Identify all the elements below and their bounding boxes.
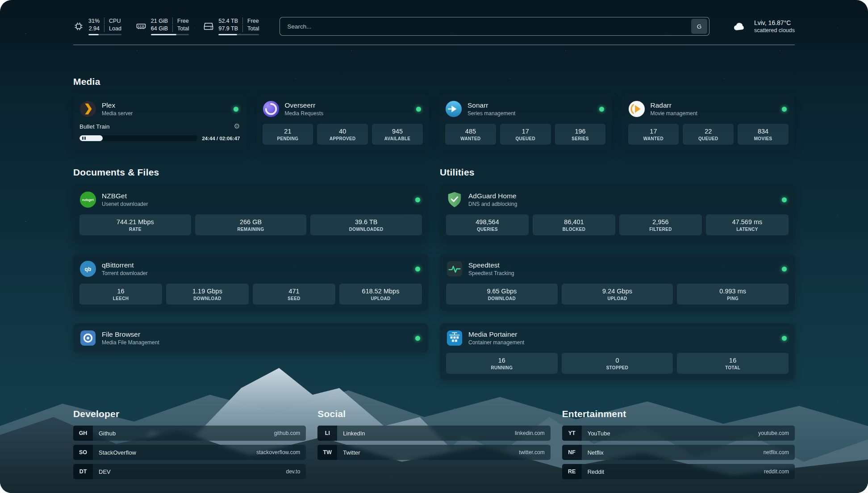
stat-label: DOWNLOAD: [168, 296, 247, 301]
stat-label: SERIES: [557, 136, 604, 141]
stat-label: AVAILABLE: [374, 136, 421, 141]
service-name: NZBGet: [102, 192, 148, 200]
bookmark-abbr: GH: [73, 426, 93, 441]
service-name: Sonarr: [467, 101, 515, 109]
section-media: Media PlexMedia serverBullet Train⚙24:44…: [73, 76, 795, 151]
service-card-radarr[interactable]: RadarrMovie management17WANTED22QUEUED83…: [622, 94, 795, 151]
stat-value: 498,564: [448, 218, 527, 226]
bookmark-abbr: DT: [73, 464, 93, 479]
service-description: Series management: [467, 110, 515, 117]
service-description: Speedtest Tracking: [468, 270, 514, 276]
service-name: AdGuard Home: [468, 192, 517, 200]
media-cards: PlexMedia serverBullet Train⚙24:44 / 02:…: [73, 94, 795, 151]
bookmark-stackoverflow[interactable]: SOStackOverflowstackoverflow.com: [73, 445, 306, 460]
cloud-icon: [730, 19, 749, 33]
stat-available: 945AVAILABLE: [372, 124, 423, 145]
group-title-utilities: Utilities: [440, 167, 795, 178]
stat-filtered: 2,956FILTERED: [619, 214, 702, 235]
section-documents-files: Documents & Files nzbgetNZBGetUsenet dow…: [73, 167, 428, 380]
stat-value: 945: [374, 128, 421, 135]
stat-stopped: 0STOPPED: [562, 353, 673, 374]
disk-label-2: Total: [242, 25, 259, 32]
topbar-divider: [73, 45, 795, 45]
documents-cards: nzbgetNZBGetUsenet downloader744.21 Mbps…: [73, 185, 428, 353]
memory-icon: [136, 21, 146, 32]
stat-download: 9.65 GbpsDOWNLOAD: [446, 284, 558, 305]
filebrowser-icon: [79, 330, 96, 347]
nzbget-icon: nzbget: [79, 191, 96, 208]
bookmark-netflix[interactable]: NFNetflixnetflix.com: [562, 445, 795, 460]
service-card-nzbget[interactable]: nzbgetNZBGetUsenet downloader744.21 Mbps…: [73, 185, 428, 242]
bookmark-github[interactable]: GHGithubgithub.com: [73, 426, 306, 441]
bookmark-url: netflix.com: [764, 449, 789, 455]
bookmark-url: twitter.com: [519, 449, 544, 455]
search-bar: G: [280, 17, 709, 36]
stat-label: LATENCY: [708, 227, 787, 232]
service-card-plex[interactable]: PlexMedia serverBullet Train⚙24:44 / 02:…: [73, 94, 246, 151]
weather-location: Lviv, 16.87°C: [754, 19, 795, 26]
service-card-overseerr[interactable]: OverseerrMedia Requests21PENDING40APPROV…: [256, 94, 430, 151]
disk-value-1: 52.4 TB: [218, 17, 238, 25]
service-description: Media server: [102, 110, 133, 117]
qbittorrent-icon: qb: [79, 260, 96, 277]
service-name: Media Portainer: [468, 330, 524, 338]
bookmark-name: DEV: [99, 468, 111, 475]
stat-value: 17: [630, 128, 677, 135]
disk-icon: [203, 21, 214, 32]
weather-condition: scattered clouds: [754, 27, 795, 33]
service-card-sonarr[interactable]: SonarrSeries management485WANTED17QUEUED…: [439, 94, 612, 151]
bookmark-dev[interactable]: DTDEVdev.to: [73, 464, 306, 479]
stat-value: 39.6 TB: [312, 218, 420, 226]
resource-widgets: 31%CPU2.94Load21 GiBFree64 GiBTotal52.4 …: [73, 17, 259, 36]
service-card-qbittorrent[interactable]: qbqBittorrentTorrent downloader16LEECH1.…: [73, 254, 428, 311]
stat-value: 471: [255, 288, 334, 295]
bookmark-youtube[interactable]: YTYouTubeyoutube.com: [562, 426, 795, 441]
stat-value: 2,956: [621, 218, 700, 226]
status-indicator: [782, 107, 787, 112]
dashboard-window: 31%CPU2.94Load21 GiBFree64 GiBTotal52.4 …: [0, 0, 868, 493]
stat-value: 21: [264, 128, 312, 135]
service-card-media-portainer[interactable]: Media PortainerContainer management16RUN…: [440, 323, 795, 380]
memory-label-2: Total: [172, 25, 189, 32]
disk-value-2: 97.9 TB: [218, 25, 238, 32]
cpu-label-1: CPU: [104, 17, 121, 25]
stat-upload: 9.24 GbpsUPLOAD: [562, 284, 673, 305]
stat-label: REMAINING: [197, 227, 305, 232]
stat-value: 17: [502, 128, 549, 135]
service-card-file-browser[interactable]: File BrowserMedia File Management: [73, 323, 428, 353]
stat-wanted: 485WANTED: [445, 124, 496, 145]
section-developer: DeveloperGHGithubgithub.comSOStackOverfl…: [73, 409, 306, 479]
service-card-adguard-home[interactable]: AdGuard HomeDNS and adblocking498,564QUE…: [440, 185, 795, 242]
topbar: 31%CPU2.94Load21 GiBFree64 GiBTotal52.4 …: [73, 17, 795, 36]
stat-label: STOPPED: [563, 365, 672, 370]
bookmark-name: Reddit: [588, 468, 605, 475]
service-name: Overseerr: [285, 101, 324, 109]
radarr-icon: [628, 100, 645, 117]
bookmark-abbr: RE: [562, 464, 582, 479]
adguard-icon: [446, 191, 463, 208]
gear-icon[interactable]: ⚙: [234, 123, 240, 130]
plex-icon: [79, 100, 96, 117]
status-indicator: [782, 336, 787, 341]
bookmark-url: linkedin.com: [515, 430, 545, 436]
stat-label: APPROVED: [319, 136, 366, 141]
bookmark-url: youtube.com: [758, 430, 789, 436]
stat-label: MOVIES: [739, 136, 787, 141]
bookmark-url: dev.to: [286, 468, 300, 475]
stat-label: QUERIES: [448, 227, 527, 232]
group-title-entertainment: Entertainment: [562, 409, 795, 419]
search-provider-button[interactable]: G: [691, 19, 707, 34]
stat-leech: 16LEECH: [79, 284, 162, 305]
stat-label: FILTERED: [621, 227, 700, 232]
bookmark-twitter[interactable]: TWTwittertwitter.com: [317, 445, 550, 460]
bookmark-linkedin[interactable]: LILinkedInlinkedin.com: [317, 426, 550, 441]
stat-label: SEED: [255, 296, 334, 301]
stat-label: DOWNLOADED: [312, 227, 420, 232]
bookmark-reddit[interactable]: RERedditreddit.com: [562, 464, 795, 479]
service-name: qBittorrent: [102, 261, 148, 269]
service-card-speedtest[interactable]: SpeedtestSpeedtest Tracking9.65 GbpsDOWN…: [440, 254, 795, 311]
search-input[interactable]: [280, 23, 691, 30]
bookmark-abbr: TW: [317, 445, 337, 460]
service-name: File Browser: [102, 330, 159, 338]
status-indicator: [782, 267, 787, 272]
